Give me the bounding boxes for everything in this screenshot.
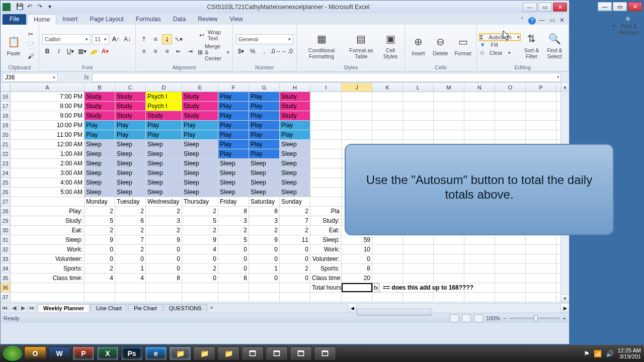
cell[interactable]: Sunday (280, 197, 310, 206)
font-name-select[interactable]: Calibri▾ (42, 34, 91, 44)
cell[interactable]: Work: (11, 245, 85, 254)
maximize-button[interactable]: ▭ (538, 3, 552, 12)
cell[interactable] (403, 274, 434, 283)
cell[interactable]: Study (182, 92, 218, 101)
inc-decimal-icon[interactable]: .0→ (271, 46, 281, 56)
cell[interactable]: Play (280, 130, 310, 139)
cell[interactable]: Psych I (146, 92, 182, 101)
cell[interactable]: Sleep (85, 168, 115, 177)
fill-button[interactable]: ▼ Fill (480, 42, 520, 48)
cell[interactable] (495, 274, 526, 283)
cell[interactable] (342, 102, 372, 111)
cell[interactable]: 3:00 AM (11, 168, 85, 177)
row-header[interactable]: 37 (1, 293, 11, 302)
cell[interactable]: 9 (146, 235, 182, 244)
cell[interactable]: Sleep (280, 168, 310, 177)
row-header[interactable]: 17 (1, 102, 11, 111)
cell[interactable] (11, 197, 85, 206)
cell[interactable]: Study (85, 102, 115, 111)
cell[interactable] (526, 130, 556, 139)
cell[interactable] (495, 102, 526, 111)
cell[interactable] (310, 178, 342, 187)
cell[interactable]: Eat: (310, 226, 342, 235)
cell[interactable] (526, 235, 556, 244)
cell[interactable] (434, 235, 464, 244)
tab-nav-first[interactable]: ⏮ (1, 305, 10, 311)
cell[interactable]: Sleep (182, 188, 218, 197)
start-button[interactable] (3, 346, 22, 361)
cell[interactable] (342, 130, 372, 139)
taskbar-app[interactable]: Ps (121, 346, 143, 360)
cell[interactable]: Sports: (310, 264, 342, 273)
cell[interactable] (434, 111, 464, 120)
indent-dec-icon[interactable]: ⇤ (174, 46, 184, 56)
new-sheet-icon[interactable]: ✦ (209, 305, 214, 311)
cell[interactable] (526, 92, 556, 101)
cell[interactable]: Sleep (115, 140, 146, 149)
cell[interactable] (85, 283, 115, 292)
cell[interactable]: Play (115, 130, 146, 139)
cell[interactable] (495, 264, 526, 273)
cell[interactable]: 12:00 AM (11, 140, 85, 149)
cell[interactable]: Friday (218, 197, 249, 206)
col-header-L[interactable]: L (403, 83, 434, 92)
cell[interactable]: Thursday (182, 197, 218, 206)
italic-icon[interactable]: I (54, 46, 64, 56)
cell[interactable] (115, 293, 146, 302)
font-color-icon[interactable]: A▾ (100, 46, 110, 56)
cell[interactable]: Sleep (249, 178, 280, 187)
cell[interactable]: Play (249, 102, 280, 111)
tab-nav-next[interactable]: ▶ (19, 305, 28, 311)
paste-button[interactable]: 📋Paste (4, 33, 24, 58)
row-header[interactable]: 35 (1, 274, 11, 283)
cell[interactable]: 0 (146, 245, 182, 254)
col-header-O[interactable]: O (495, 83, 526, 92)
cell[interactable] (11, 283, 85, 292)
cell[interactable]: Sleep (146, 140, 182, 149)
ribbon-tab-data[interactable]: Data (167, 14, 192, 25)
border-icon[interactable]: ▦▾ (77, 46, 87, 56)
delete-cells-button[interactable]: ⊖Delete (430, 33, 450, 58)
cell[interactable]: 0 (182, 254, 218, 263)
ribbon-tab-insert[interactable]: Insert (56, 14, 84, 25)
taskbar-app[interactable]: e (145, 346, 167, 360)
horizontal-scrollbar[interactable]: ◀▶ (348, 304, 569, 313)
number-format-select[interactable]: General▾ (236, 34, 293, 44)
cell[interactable] (403, 245, 434, 254)
fx-icon[interactable]: fx (81, 74, 92, 81)
cell[interactable]: Sleep (146, 159, 182, 168)
cell[interactable]: Monday (85, 197, 115, 206)
qat-redo-icon[interactable]: ↷ (36, 3, 44, 11)
cell[interactable] (464, 245, 495, 254)
taskbar-app[interactable]: 🗔 (314, 346, 336, 360)
cell[interactable]: 0 (115, 254, 146, 263)
cell[interactable]: Study (115, 102, 146, 111)
cell[interactable]: 11:00 PM (11, 130, 85, 139)
bg-find-label[interactable]: Find & (619, 23, 639, 29)
cell[interactable] (372, 274, 403, 283)
cell[interactable]: Eat: (11, 226, 85, 235)
cell[interactable] (310, 197, 342, 206)
cell[interactable]: Class time: (310, 274, 342, 283)
cut-icon[interactable]: ✂ (26, 29, 36, 39)
cell[interactable]: Sleep (115, 178, 146, 187)
row-header[interactable]: 31 (1, 235, 11, 244)
cell[interactable]: 4 (85, 274, 115, 283)
cell[interactable]: 1:00 AM (11, 149, 85, 158)
cell[interactable]: 7 (115, 235, 146, 244)
insert-cells-button[interactable]: ⊕Insert (408, 33, 428, 58)
taskbar-app[interactable]: 📁 (217, 346, 239, 360)
cell[interactable] (218, 283, 249, 292)
cell[interactable]: 10:00 PM (11, 121, 85, 130)
cell[interactable] (526, 274, 556, 283)
row-header[interactable]: 33 (1, 254, 11, 263)
zoom-slider[interactable] (510, 317, 560, 319)
taskbar-app[interactable]: 🗔 (290, 346, 312, 360)
cell[interactable]: fx == does this add up to 168???? (372, 283, 403, 292)
cell[interactable]: 7:00 PM (11, 92, 85, 101)
cell[interactable]: 0 (342, 254, 372, 263)
cell[interactable] (372, 92, 403, 101)
cell[interactable] (495, 121, 526, 130)
fill-color-icon[interactable]: ◢▾ (89, 46, 99, 56)
cell[interactable]: 0 (146, 254, 182, 263)
